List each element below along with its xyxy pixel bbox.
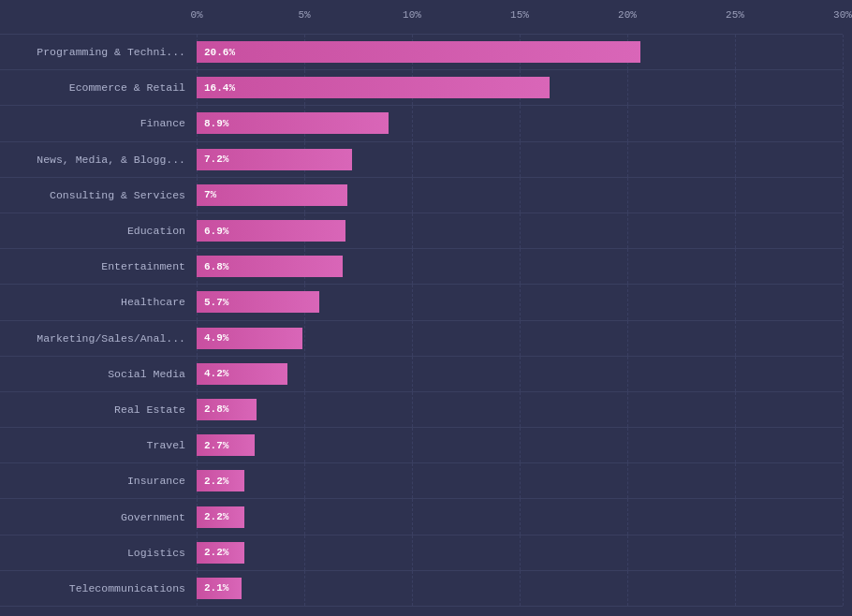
bar-row: Consulting & Services7%: [0, 177, 843, 213]
grid-line: [627, 142, 628, 177]
bar-label: Telecommunications: [0, 582, 197, 594]
bar-label: Social Media: [0, 368, 197, 380]
bar-area: 2.7%: [197, 428, 843, 462]
bar-row: Entertainment6.8%: [0, 248, 843, 284]
bar-row: Travel2.7%: [0, 427, 843, 462]
bar-row: Real Estate2.8%: [0, 391, 843, 427]
bar-area: 7%: [197, 178, 843, 213]
bar-label: Finance: [0, 117, 197, 129]
bar-value: 5.7%: [200, 297, 321, 308]
grid-line: [520, 392, 521, 427]
bar-area: 6.8%: [197, 249, 843, 284]
grid-line: [627, 428, 628, 462]
bar: 2.2%: [197, 542, 244, 564]
bar-value: 2.2%: [200, 476, 246, 487]
grid-line: [843, 571, 844, 606]
grid-line: [735, 392, 736, 427]
bar-value: 2.8%: [200, 403, 258, 415]
grid-line: [627, 392, 628, 427]
grid-line: [412, 321, 413, 356]
grid-line: [735, 535, 736, 570]
bar-label: Ecommerce & Retail: [0, 81, 197, 94]
grid-line: [412, 357, 413, 391]
grid-line: [520, 142, 521, 177]
grid-line: [735, 249, 736, 284]
grid-line: [412, 392, 413, 427]
grid-line: [843, 106, 844, 140]
bar-area: 4.9%: [197, 321, 843, 356]
bar: 6.9%: [197, 220, 345, 242]
grid-line: [735, 106, 736, 140]
grid-line: [520, 249, 521, 284]
grid-line: [520, 357, 521, 391]
grid-line: [843, 178, 844, 213]
grid-line: [843, 321, 844, 356]
bar-value: 6.9%: [200, 226, 347, 237]
grid-line: [627, 535, 628, 570]
bar-row: Healthcare5.7%: [0, 284, 843, 319]
grid-line: [304, 428, 305, 462]
grid-line: [627, 213, 628, 248]
grid-line: [843, 499, 844, 534]
bar-row: Marketing/Sales/Anal...4.9%: [0, 320, 843, 356]
bar-value: 16.4%: [200, 82, 551, 94]
bar-row: Education6.9%: [0, 213, 843, 248]
bar-area: 5.7%: [197, 285, 843, 319]
axis-label-1: 5%: [298, 9, 310, 21]
bar-label: News, Media, & Blogg...: [0, 154, 197, 166]
grid-line: [304, 571, 305, 606]
grid-line: [843, 285, 844, 319]
grid-line: [627, 571, 628, 606]
grid-line: [412, 106, 413, 140]
bar: 7%: [197, 184, 347, 206]
bar-area: 2.1%: [197, 571, 843, 606]
bar-value: 8.9%: [200, 118, 390, 129]
grid-line: [304, 463, 305, 498]
bar-row: Social Media4.2%: [0, 356, 843, 391]
grid-line: [735, 142, 736, 177]
bar-row: News, Media, & Blogg...7.2%: [0, 141, 843, 177]
grid-line: [520, 571, 521, 606]
grid-line: [304, 321, 305, 356]
bar-label: Healthcare: [0, 296, 197, 308]
bar-label: Government: [0, 511, 197, 523]
bar-value: 4.2%: [200, 368, 289, 379]
grid-line: [520, 213, 521, 248]
axis-label-4: 20%: [618, 9, 637, 21]
bar: 7.2%: [197, 149, 352, 170]
grid-line: [412, 428, 413, 462]
bar: 2.1%: [197, 578, 242, 599]
bar-row: Logistics2.2%: [0, 535, 843, 570]
grid-line: [627, 70, 628, 105]
grid-line: [520, 321, 521, 356]
grid-line: [412, 285, 413, 319]
bar-label: Entertainment: [0, 260, 197, 272]
bar-value: 2.7%: [200, 440, 257, 451]
bar: 6.8%: [197, 256, 343, 277]
grid-line: [304, 357, 305, 391]
bar-value: 7.2%: [200, 154, 354, 165]
grid-line: [520, 535, 521, 570]
bar: 8.9%: [197, 112, 389, 134]
grid-line: [735, 428, 736, 462]
bar-area: 2.8%: [197, 392, 843, 427]
grid-line: [735, 463, 736, 498]
grid-line: [735, 571, 736, 606]
bar-row: Telecommunications2.1%: [0, 570, 843, 607]
bar-label: Logistics: [0, 547, 197, 559]
bar: 4.2%: [197, 363, 287, 385]
bar-label: Marketing/Sales/Anal...: [0, 332, 197, 345]
grid-line: [520, 428, 521, 462]
bar-row: Ecommerce & Retail16.4%: [0, 69, 843, 105]
bar-area: 16.4%: [197, 70, 843, 105]
grid-line: [412, 499, 413, 534]
grid-line: [304, 499, 305, 534]
grid-line: [627, 285, 628, 319]
bar-value: 6.8%: [200, 261, 345, 272]
grid-line: [627, 321, 628, 356]
bar-label: Programming & Techni...: [0, 46, 197, 58]
grid-line: [627, 357, 628, 391]
bar-value: 4.9%: [200, 332, 304, 344]
bar-row: Programming & Techni...20.6%: [0, 34, 843, 69]
bar-value: 2.2%: [200, 547, 246, 558]
